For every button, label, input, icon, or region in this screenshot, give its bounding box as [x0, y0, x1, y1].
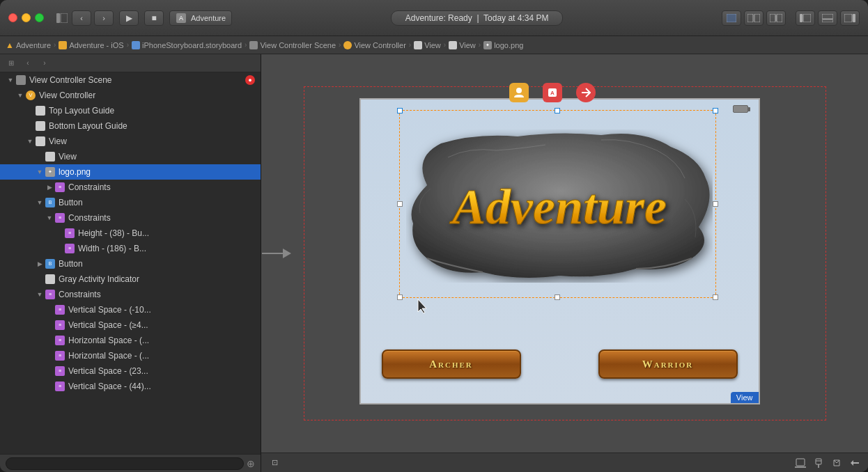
phone-canvas[interactable]: Adventure [359, 98, 760, 404]
svg-rect-11 [800, 14, 803, 22]
tree-item-scene[interactable]: ▼ View Controller Scene ● [0, 72, 261, 88]
status-pill: Adventure: Ready | Today at 4:34 PM [391, 10, 564, 26]
navigator-toolbar: ⊞ ‹ › [0, 54, 261, 72]
tree-item-logo-constraints[interactable]: ▶ ≡ Constraints [0, 180, 261, 195]
svg-rect-7 [754, 14, 760, 22]
tree-item-hspace-2[interactable]: ≡ Horizontal Space - (... [0, 348, 261, 363]
nav-icon-btn-forward[interactable]: › [38, 57, 52, 70]
svg-rect-14 [822, 19, 833, 22]
breadcrumb-scene[interactable]: View Controller Scene [249, 41, 336, 49]
svg-rect-13 [822, 14, 833, 19]
tree-item-width-constraint[interactable]: ≡ Width - (186) - B... [0, 241, 261, 256]
cursor [415, 298, 429, 317]
resolve-layout-button[interactable] [829, 456, 844, 470]
fullscreen-button[interactable] [35, 13, 44, 22]
breadcrumb: ▲ Adventure › Adventure - iOS › iPhoneSt… [0, 36, 868, 54]
nav-icon-btn-back[interactable]: ‹ [21, 57, 35, 70]
svg-text:A: A [179, 15, 183, 22]
xcode-window: ‹ › ▶ ■ A Adventure Adventure: Ready | T… [0, 0, 868, 472]
svg-text:A: A [550, 90, 555, 96]
breadcrumb-vc[interactable]: View Controller [343, 41, 405, 49]
tree-item-logo[interactable]: ▼ ✦ logo.png [0, 164, 261, 180]
tree-item-button1[interactable]: ▼ B Button [0, 195, 261, 210]
editor-assistant-button[interactable] [744, 10, 764, 26]
close-button[interactable] [8, 13, 17, 22]
breadcrumb-view1[interactable]: View [414, 41, 441, 49]
frame-layout-button[interactable]: ⊡ [267, 456, 282, 470]
view-badge: View [731, 392, 759, 403]
tree-item-hspace-1[interactable]: ≡ Horizontal Space - (... [0, 333, 261, 348]
handle-tm [555, 108, 560, 113]
svg-rect-8 [770, 14, 775, 22]
status-bar: Adventure: Ready | Today at 4:34 PM [238, 10, 716, 26]
breadcrumb-adventure[interactable]: ▲ Adventure [6, 40, 51, 50]
scheme-selector[interactable]: A Adventure [169, 10, 232, 26]
breadcrumb-view2[interactable]: View [449, 41, 476, 49]
handle-tr [713, 108, 718, 113]
tree-item-height-constraint[interactable]: ≡ Height - (38) - Bu... [0, 226, 261, 241]
archer-button[interactable]: Archer [382, 349, 521, 379]
tree-item-vspace-4[interactable]: ≡ Vertical Space - (44)... [0, 379, 261, 394]
tree-item-vspace-3[interactable]: ≡ Vertical Space - (23... [0, 363, 261, 379]
navigator-bottom: ⊕ [0, 454, 261, 472]
top-icons: A [509, 83, 596, 102]
status-text: Adventure: Ready [405, 13, 472, 23]
main-content: ⊞ ‹ › ▼ View Controller Scene ● ▼ V View… [0, 54, 868, 472]
navigator-panel-button[interactable] [796, 10, 815, 26]
tree-item-vspace-2[interactable]: ≡ Vertical Space - (≥4... [0, 317, 261, 333]
svg-point-21 [516, 88, 522, 93]
bottom-layout-label: Bottom Layout Guide [49, 121, 127, 131]
tree-item-button2[interactable]: ▶ B Button [0, 256, 261, 272]
bottom-toolbar: ⊡ [261, 453, 868, 472]
svg-rect-1 [61, 13, 68, 23]
handle-tl [397, 108, 403, 113]
tree-item-view-root[interactable]: ▼ View [0, 134, 261, 149]
canvas-area: Adventure [261, 54, 868, 472]
storyboard-scene: Adventure [300, 83, 830, 424]
back-button[interactable]: ‹ [72, 10, 91, 26]
svg-rect-25 [796, 459, 805, 466]
utilities-panel-button[interactable] [840, 10, 860, 26]
svg-rect-16 [853, 14, 855, 22]
error-badge: ● [245, 75, 255, 85]
tree-item-top-layout[interactable]: Top Layout Guide [0, 103, 261, 118]
breadcrumb-adventure-ios[interactable]: Adventure - iOS [59, 41, 123, 49]
right-toolbar [722, 10, 860, 26]
navigator-panel: ⊞ ‹ › ▼ View Controller Scene ● ▼ V View… [0, 54, 261, 472]
minimize-button[interactable] [22, 13, 31, 22]
editor-version-button[interactable] [766, 10, 786, 26]
filter-icon[interactable]: ⊕ [247, 458, 255, 469]
tree-item-view-inner[interactable]: View [0, 149, 261, 164]
tree-item-vspace-1[interactable]: ≡ Vertical Space - (-10... [0, 302, 261, 317]
canvas-content[interactable]: Adventure [261, 54, 868, 453]
tree-item-bottom-layout[interactable]: Bottom Layout Guide [0, 118, 261, 134]
debug-panel-button[interactable] [818, 10, 837, 26]
warrior-button[interactable]: Warrior [598, 349, 738, 379]
svg-rect-9 [777, 14, 782, 22]
tree-item-activity-indicator[interactable]: Gray Activity Indicator [0, 272, 261, 287]
nav-icon-btn-grid[interactable]: ⊞ [4, 57, 18, 70]
resize-button[interactable] [847, 456, 862, 470]
stop-button[interactable]: ■ [144, 10, 164, 26]
breadcrumb-logo[interactable]: ✦ logo.png [483, 41, 523, 49]
svg-rect-5 [727, 14, 736, 22]
svg-rect-6 [747, 14, 753, 22]
svg-text:Adventure: Adventure [449, 179, 666, 235]
align-bottom-button[interactable] [793, 456, 808, 470]
svg-rect-27 [816, 459, 821, 464]
tree-item-btn1-constraints[interactable]: ▼ ≡ Constraints [0, 210, 261, 226]
breadcrumb-storyboard[interactable]: iPhoneStoryboard.storyboard [132, 41, 242, 49]
pin-button[interactable] [811, 456, 826, 470]
entry-arrow [262, 249, 291, 258]
adventure-logo-container: Adventure [403, 113, 716, 298]
filter-input[interactable] [6, 457, 244, 470]
tree-item-vc[interactable]: ▼ V View Controller [0, 88, 261, 103]
status-time: Today at 4:34 PM [483, 13, 548, 23]
forward-button[interactable]: › [94, 10, 114, 26]
navigator-toggle-icon[interactable] [55, 12, 69, 24]
editor-standard-button[interactable] [722, 10, 741, 26]
run-button[interactable]: ▶ [119, 10, 139, 26]
toolbar-buttons: ‹ › [55, 10, 114, 26]
handle-ml [397, 201, 403, 207]
tree-item-constraints-root[interactable]: ▼ ≡ Constraints [0, 287, 261, 302]
